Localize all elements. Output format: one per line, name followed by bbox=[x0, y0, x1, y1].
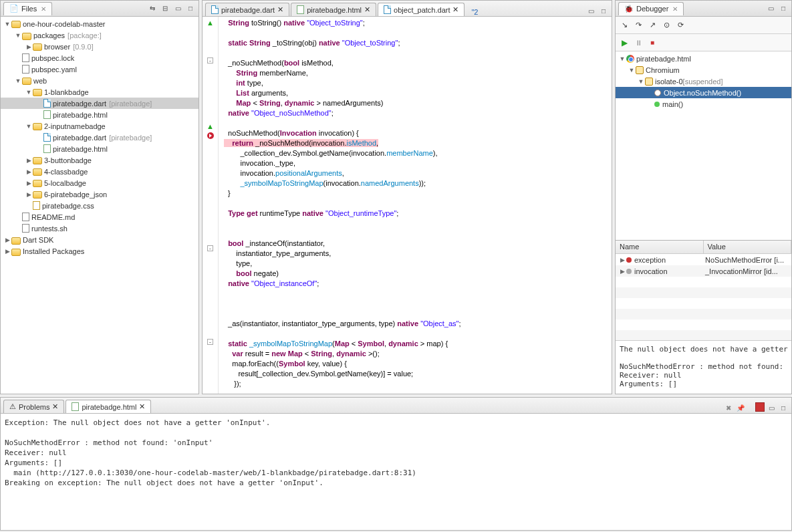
gutter-marker[interactable] bbox=[203, 225, 218, 234]
twisty-icon[interactable]: ▶ bbox=[3, 248, 11, 255]
gutter-marker[interactable] bbox=[203, 253, 218, 262]
gutter-marker[interactable]: - bbox=[203, 338, 218, 347]
gutter-marker[interactable] bbox=[203, 196, 218, 206]
gutter-marker[interactable] bbox=[203, 262, 218, 271]
close-icon[interactable]: ✕ bbox=[364, 5, 370, 14]
tree-item[interactable]: ▼1-blankbadge bbox=[1, 86, 199, 98]
tree-item[interactable]: piratebadge.dart[piratebadge] bbox=[1, 132, 199, 143]
refresh-icon[interactable]: ⟳ bbox=[674, 19, 686, 31]
bottom-tab[interactable]: ⚠Problems✕ bbox=[3, 400, 64, 413]
files-tab[interactable]: 📄 Files ✕ bbox=[3, 2, 52, 15]
variable-row[interactable]: ▶invocation_InvocationMirror [id... bbox=[616, 265, 791, 277]
tree-item[interactable]: ▶4-classbadge bbox=[1, 166, 199, 177]
code-editor[interactable]: ▲-▲-- String toString() native "Object_t… bbox=[203, 17, 612, 394]
gutter-marker[interactable] bbox=[203, 384, 218, 394]
twisty-icon[interactable]: ▼ bbox=[14, 32, 22, 39]
twisty-icon[interactable]: ▼ bbox=[3, 21, 11, 27]
minimize-icon[interactable]: ▭ bbox=[585, 5, 596, 16]
collapse-icon[interactable]: ⊟ bbox=[160, 3, 170, 14]
link-editor-icon[interactable]: ⇆ bbox=[147, 3, 158, 14]
twisty-icon[interactable]: ▶ bbox=[25, 168, 33, 175]
tree-item[interactable]: piratebadge.html bbox=[1, 109, 199, 120]
callstack-item[interactable]: main() bbox=[616, 98, 791, 110]
gutter-marker[interactable] bbox=[203, 84, 218, 93]
tree-item[interactable]: ▶Installed Packages bbox=[1, 245, 199, 257]
debugger-tab[interactable]: 🐞 Debugger ✕ bbox=[618, 2, 684, 15]
close-icon[interactable]: ✕ bbox=[452, 5, 458, 14]
gutter-marker[interactable] bbox=[203, 37, 218, 46]
maximize-icon[interactable]: □ bbox=[598, 5, 609, 16]
step-out-icon[interactable]: ↗ bbox=[646, 19, 658, 31]
gutter-marker[interactable] bbox=[203, 328, 218, 338]
tree-item[interactable]: ▶Dart SDK bbox=[1, 234, 199, 245]
tree-item[interactable]: ▼packages[package:] bbox=[1, 29, 199, 41]
twisty-icon[interactable]: ▶ bbox=[25, 43, 33, 50]
step-over-icon[interactable]: ↷ bbox=[632, 19, 644, 31]
gutter-marker[interactable] bbox=[203, 309, 218, 318]
gutter-marker[interactable] bbox=[203, 74, 218, 84]
maximize-icon[interactable]: □ bbox=[185, 3, 196, 14]
editor-tab[interactable]: piratebadge.dart✕ bbox=[205, 3, 289, 16]
stop-button[interactable]: ■ bbox=[646, 37, 658, 49]
gutter-marker[interactable] bbox=[203, 27, 218, 37]
maximize-icon[interactable]: □ bbox=[778, 402, 789, 413]
tree-item[interactable]: runtests.sh bbox=[1, 223, 199, 234]
twisty-icon[interactable]: ▼ bbox=[25, 89, 33, 96]
gutter-marker[interactable] bbox=[203, 290, 218, 299]
maximize-icon[interactable]: □ bbox=[778, 3, 789, 14]
callstack-item[interactable]: ▼isolate-0 [suspended] bbox=[616, 76, 791, 87]
tree-item[interactable]: piratebadge.html bbox=[1, 143, 199, 154]
gutter-marker[interactable] bbox=[203, 150, 218, 159]
editor-overflow-button[interactable]: "2 bbox=[471, 8, 478, 16]
gutter-marker[interactable] bbox=[203, 159, 218, 168]
gutter-marker[interactable] bbox=[203, 178, 218, 187]
gutter-marker[interactable] bbox=[203, 187, 218, 196]
close-icon[interactable]: ✕ bbox=[52, 402, 58, 411]
gutter-marker[interactable] bbox=[203, 366, 218, 375]
gutter-marker[interactable]: - bbox=[203, 243, 218, 253]
gutter-marker[interactable]: ▲ bbox=[203, 18, 218, 27]
twisty-icon[interactable]: ▶ bbox=[25, 157, 33, 164]
tree-item[interactable]: ▼2-inputnamebadge bbox=[1, 120, 199, 132]
gutter-marker[interactable] bbox=[203, 131, 218, 140]
twisty-icon[interactable]: ▼ bbox=[14, 78, 22, 84]
gutter-marker[interactable] bbox=[203, 234, 218, 243]
gutter-marker[interactable] bbox=[203, 356, 218, 366]
gutter-marker[interactable] bbox=[203, 375, 218, 384]
gutter-marker[interactable] bbox=[203, 93, 218, 102]
gutter-marker[interactable] bbox=[203, 102, 218, 112]
tree-item[interactable]: piratebadge.css bbox=[1, 200, 199, 211]
minimize-icon[interactable]: ▭ bbox=[766, 402, 777, 413]
toggle-bp-icon[interactable]: ⊙ bbox=[660, 19, 672, 31]
close-icon[interactable]: ✕ bbox=[139, 402, 145, 411]
tree-item[interactable]: piratebadge.dart[piratebadge] bbox=[1, 98, 199, 109]
callstack-tree[interactable]: ▼piratebadge.html▼Chromium▼isolate-0 [su… bbox=[616, 51, 791, 240]
callstack-item[interactable]: Object.noSuchMethod() bbox=[616, 87, 791, 98]
tree-item[interactable]: ▼web bbox=[1, 75, 199, 86]
tree-item[interactable]: README.md bbox=[1, 211, 199, 223]
variable-row[interactable]: ▶exceptionNoSuchMethodError [i... bbox=[616, 254, 791, 265]
terminate-button[interactable] bbox=[755, 402, 765, 412]
gutter-marker[interactable] bbox=[203, 112, 218, 121]
close-icon[interactable]: ✕ bbox=[672, 5, 678, 13]
tree-item[interactable]: ▶browser[0.9.0] bbox=[1, 41, 199, 52]
editor-gutter[interactable]: ▲-▲-- bbox=[203, 17, 219, 394]
console-output[interactable]: Exception: The null object does not have… bbox=[1, 414, 791, 530]
gutter-marker[interactable] bbox=[203, 215, 218, 225]
gutter-marker[interactable]: - bbox=[203, 55, 218, 65]
gutter-marker[interactable] bbox=[203, 206, 218, 215]
twisty-icon[interactable]: ▶ bbox=[25, 191, 33, 198]
gutter-marker[interactable] bbox=[203, 299, 218, 309]
gutter-marker[interactable] bbox=[203, 319, 218, 328]
twisty-icon[interactable]: ▶ bbox=[618, 268, 626, 275]
tree-item[interactable]: pubspec.yaml bbox=[1, 63, 199, 75]
gutter-marker[interactable] bbox=[203, 347, 218, 356]
close-icon[interactable]: ✕ bbox=[41, 5, 46, 13]
minimize-icon[interactable]: ▭ bbox=[172, 3, 183, 14]
editor-tab[interactable]: piratebadge.html✕ bbox=[291, 3, 376, 16]
twisty-icon[interactable]: ▶ bbox=[618, 257, 626, 263]
gutter-marker[interactable] bbox=[203, 271, 218, 281]
gutter-marker[interactable] bbox=[203, 281, 218, 290]
pause-button[interactable]: ⏸ bbox=[632, 37, 644, 49]
gutter-marker[interactable] bbox=[203, 168, 218, 178]
